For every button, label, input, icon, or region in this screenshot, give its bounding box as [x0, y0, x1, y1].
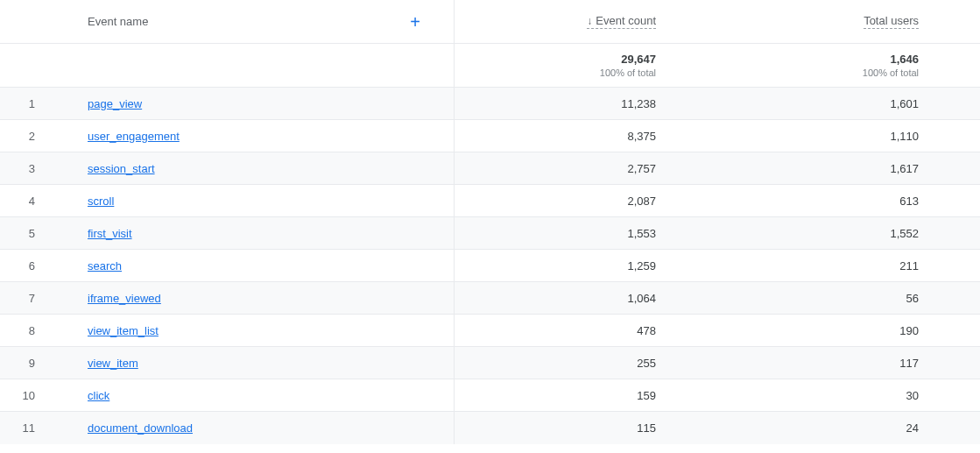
total-event-count-pct: 100% of total — [600, 67, 656, 78]
row-total-users: 190 — [717, 315, 980, 346]
row-event-name-cell: click — [53, 379, 455, 411]
totals-row: 29,647 100% of total 1,646 100% of total — [0, 44, 980, 88]
event-name-header-label: Event name — [88, 15, 148, 28]
row-event-count: 255 — [455, 347, 717, 379]
row-event-name-cell: first_visit — [53, 217, 455, 249]
table-row: 2user_engagement8,3751,110 — [0, 120, 980, 152]
row-event-name-cell: user_engagement — [53, 120, 455, 152]
row-total-users: 24 — [717, 412, 980, 444]
row-total-users: 211 — [717, 250, 980, 281]
row-index: 6 — [0, 259, 53, 273]
header-total-users[interactable]: Total users — [717, 0, 980, 43]
sort-descending-icon: ↓ — [587, 15, 592, 27]
row-event-count: 159 — [455, 379, 717, 411]
row-total-users: 613 — [717, 185, 980, 216]
table-row: 6search1,259211 — [0, 250, 980, 282]
row-event-name-cell: scroll — [53, 185, 455, 216]
event-link[interactable]: click — [88, 389, 109, 402]
row-total-users: 117 — [717, 347, 980, 379]
row-event-count: 1,064 — [455, 282, 717, 314]
totals-index-spacer — [0, 44, 53, 87]
row-event-count: 1,553 — [455, 217, 717, 249]
row-event-count: 2,757 — [455, 152, 717, 184]
row-total-users: 1,110 — [717, 120, 980, 152]
row-total-users: 1,617 — [717, 152, 980, 184]
row-index: 7 — [0, 292, 53, 305]
row-event-name-cell: document_download — [53, 412, 455, 444]
header-event-name[interactable]: Event name + — [53, 0, 455, 43]
row-total-users: 30 — [717, 379, 980, 411]
row-index: 8 — [0, 324, 53, 337]
row-event-count: 11,238 — [455, 88, 717, 119]
event-link[interactable]: page_view — [88, 97, 142, 110]
row-index: 4 — [0, 195, 53, 208]
table-row: 7iframe_viewed1,06456 — [0, 282, 980, 315]
table-row: 8view_item_list478190 — [0, 315, 980, 347]
row-event-name-cell: iframe_viewed — [53, 282, 455, 314]
event-link[interactable]: first_visit — [88, 227, 132, 240]
total-users-pct: 100% of total — [863, 67, 919, 78]
table-row: 11document_download11524 — [0, 412, 980, 444]
event-link[interactable]: session_start — [88, 162, 155, 175]
row-event-count: 2,087 — [455, 185, 717, 216]
row-index: 1 — [0, 97, 53, 110]
row-total-users: 1,552 — [717, 217, 980, 249]
row-event-name-cell: session_start — [53, 152, 455, 184]
row-event-name-cell: page_view — [53, 88, 455, 119]
table-row: 4scroll2,087613 — [0, 185, 980, 217]
row-total-users: 56 — [717, 282, 980, 314]
row-index: 10 — [0, 389, 53, 402]
row-index: 2 — [0, 130, 53, 143]
table-row: 5first_visit1,5531,552 — [0, 217, 980, 250]
events-table: Event name + ↓ Event count Total users — [0, 0, 980, 444]
row-event-count: 478 — [455, 315, 717, 346]
row-index: 3 — [0, 162, 53, 175]
row-event-count: 8,375 — [455, 120, 717, 152]
row-event-name-cell: view_item_list — [53, 315, 455, 346]
total-event-count-value: 29,647 — [621, 53, 656, 66]
row-index: 9 — [0, 357, 53, 370]
event-link[interactable]: search — [88, 259, 122, 273]
table-row: 10click15930 — [0, 379, 980, 412]
event-link[interactable]: document_download — [88, 421, 193, 435]
row-event-name-cell: view_item — [53, 347, 455, 379]
event-count-header-label: Event count — [596, 14, 656, 27]
table-body: 1page_view11,2381,6012user_engagement8,3… — [0, 88, 980, 444]
total-users-value: 1,646 — [890, 53, 919, 66]
add-dimension-button[interactable]: + — [403, 10, 427, 34]
row-index: 5 — [0, 227, 53, 240]
table-row: 1page_view11,2381,601 — [0, 88, 980, 120]
event-link[interactable]: scroll — [88, 195, 114, 208]
event-link[interactable]: iframe_viewed — [88, 292, 161, 305]
totals-total-users: 1,646 100% of total — [717, 44, 980, 87]
totals-name-spacer — [53, 44, 455, 87]
total-users-header-label: Total users — [864, 14, 919, 27]
row-index: 11 — [0, 421, 53, 435]
event-link[interactable]: view_item_list — [88, 324, 159, 337]
table-header-row: Event name + ↓ Event count Total users — [0, 0, 980, 44]
header-event-count[interactable]: ↓ Event count — [455, 0, 717, 43]
table-row: 3session_start2,7571,617 — [0, 152, 980, 185]
event-link[interactable]: user_engagement — [88, 130, 180, 143]
table-row: 9view_item255117 — [0, 347, 980, 379]
row-event-count: 1,259 — [455, 250, 717, 281]
event-link[interactable]: view_item — [88, 357, 138, 370]
plus-icon: + — [410, 12, 420, 32]
totals-event-count: 29,647 100% of total — [455, 44, 717, 87]
row-event-count: 115 — [455, 412, 717, 444]
row-event-name-cell: search — [53, 250, 455, 281]
row-total-users: 1,601 — [717, 88, 980, 119]
